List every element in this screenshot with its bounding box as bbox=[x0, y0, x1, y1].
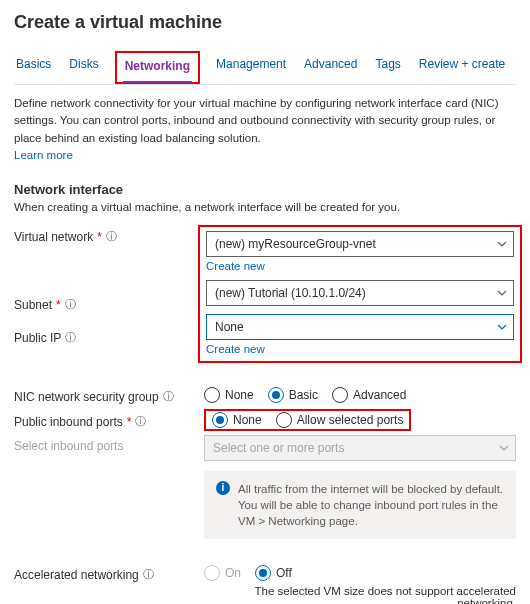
tab-networking[interactable]: Networking bbox=[123, 53, 192, 83]
section-network-interface: Network interface bbox=[14, 182, 516, 197]
accel-radio-off[interactable]: Off bbox=[255, 565, 292, 581]
chevron-down-icon bbox=[497, 322, 507, 332]
tab-advanced[interactable]: Advanced bbox=[302, 51, 359, 84]
chevron-down-icon bbox=[499, 443, 509, 453]
info-icon[interactable]: ⓘ bbox=[143, 567, 154, 582]
highlight-inbound-radios: None Allow selected ports bbox=[204, 409, 411, 431]
label-inbound-ports: Public inbound ports bbox=[14, 415, 123, 429]
public-ip-create-new-link[interactable]: Create new bbox=[206, 343, 514, 355]
tab-review[interactable]: Review + create bbox=[417, 51, 507, 84]
chevron-down-icon bbox=[497, 239, 507, 249]
inbound-radio-none[interactable]: None bbox=[212, 412, 262, 428]
label-select-ports: Select inbound ports bbox=[14, 439, 123, 453]
accel-radio-on: On bbox=[204, 565, 241, 581]
inbound-info-box: i All traffic from the internet will be … bbox=[204, 471, 516, 539]
label-nsg: NIC network security group bbox=[14, 390, 159, 404]
info-icon[interactable]: ⓘ bbox=[65, 330, 76, 345]
virtual-network-select[interactable]: (new) myResourceGroup-vnet bbox=[206, 231, 514, 257]
required-marker: * bbox=[56, 298, 61, 312]
select-ports-dropdown: Select one or more ports bbox=[204, 435, 516, 461]
info-icon[interactable]: ⓘ bbox=[163, 389, 174, 404]
label-accel-networking: Accelerated networking bbox=[14, 568, 139, 582]
tab-management[interactable]: Management bbox=[214, 51, 288, 84]
nsg-radio-advanced[interactable]: Advanced bbox=[332, 387, 406, 403]
nsg-radio-none[interactable]: None bbox=[204, 387, 254, 403]
label-public-ip: Public IP bbox=[14, 331, 61, 345]
info-icon[interactable]: ⓘ bbox=[65, 297, 76, 312]
inbound-radio-allow[interactable]: Allow selected ports bbox=[276, 412, 404, 428]
info-icon[interactable]: ⓘ bbox=[106, 229, 117, 244]
info-circle-icon: i bbox=[216, 481, 230, 495]
required-marker: * bbox=[97, 230, 102, 244]
intro-text: Define network connectivity for your vir… bbox=[14, 95, 516, 164]
tab-tags[interactable]: Tags bbox=[373, 51, 402, 84]
label-subnet: Subnet bbox=[14, 298, 52, 312]
chevron-down-icon bbox=[497, 288, 507, 298]
tab-disks[interactable]: Disks bbox=[67, 51, 100, 84]
subnet-select[interactable]: (new) Tutorial (10.10.1.0/24) bbox=[206, 280, 514, 306]
tab-basics[interactable]: Basics bbox=[14, 51, 53, 84]
required-marker: * bbox=[127, 415, 132, 429]
intro-learn-more-link[interactable]: Learn more bbox=[14, 149, 73, 161]
accel-note: The selected VM size does not support ac… bbox=[204, 585, 516, 604]
public-ip-select[interactable]: None bbox=[206, 314, 514, 340]
highlight-network-fields: (new) myResourceGroup-vnet Create new (n… bbox=[198, 225, 522, 363]
vnet-create-new-link[interactable]: Create new bbox=[206, 260, 514, 272]
highlight-networking-tab: Networking bbox=[115, 51, 200, 84]
wizard-tabs: Basics Disks Networking Management Advan… bbox=[14, 51, 516, 85]
nsg-radio-basic[interactable]: Basic bbox=[268, 387, 318, 403]
page-title: Create a virtual machine bbox=[14, 12, 516, 33]
info-icon[interactable]: ⓘ bbox=[135, 414, 146, 429]
section-network-interface-sub: When creating a virtual machine, a netwo… bbox=[14, 201, 516, 213]
label-virtual-network: Virtual network bbox=[14, 230, 93, 244]
